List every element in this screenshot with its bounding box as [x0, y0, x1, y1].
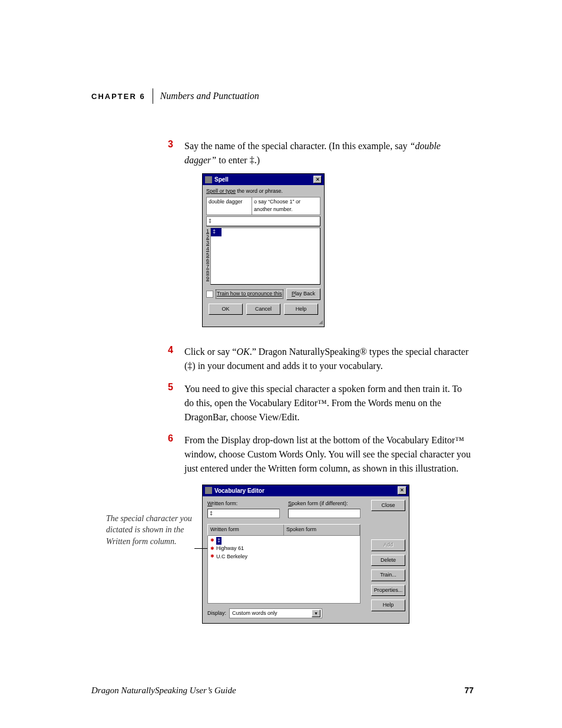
step-text: Click or say “: [184, 347, 236, 357]
step-number: 5: [168, 382, 184, 424]
spell-title: Spell: [214, 175, 313, 184]
display-label: Display:: [207, 610, 226, 618]
choice-list[interactable]: ‡: [210, 228, 320, 285]
step-number: 4: [168, 345, 184, 373]
written-form-input[interactable]: ‡: [207, 509, 280, 518]
delete-button[interactable]: Delete: [371, 555, 405, 566]
step-number: 3: [168, 139, 184, 336]
item-icon: ✱: [210, 545, 214, 552]
vocab-dialog: Vocabulary Editor ✕ Written form: ‡ Spok…: [202, 485, 409, 624]
train-link[interactable]: Train how to pronounce this: [216, 289, 283, 299]
spoken-form-input[interactable]: [288, 509, 361, 518]
written-form-label: Written form:: [207, 500, 280, 508]
close-icon[interactable]: ✕: [313, 176, 322, 183]
close-button[interactable]: Close: [371, 500, 405, 512]
chapter-title: Numbers and Punctuation: [160, 91, 259, 101]
item-icon: ✱: [210, 537, 214, 544]
spell-result: ‡: [206, 216, 320, 227]
mic-icon: [205, 176, 212, 183]
spell-dialog: Spell ✕ Spell or type the word or phrase…: [202, 173, 325, 327]
spell-input[interactable]: double dagger o say “Choose 1” or anothe…: [206, 197, 320, 215]
vocab-title: Vocabulary Editor: [214, 486, 398, 495]
col-spoken[interactable]: Spoken form: [284, 525, 360, 535]
play-back-button[interactable]: Play Back: [286, 288, 320, 300]
list-item[interactable]: ✱Highway 61: [208, 545, 360, 553]
step-text-em: OK: [236, 347, 249, 357]
step-text: Say the name of the special character. (…: [184, 141, 410, 151]
help-button[interactable]: Help: [284, 304, 318, 315]
choice-numbers: 1 2 3 4 5 6 7 8 9: [206, 228, 210, 285]
list-item[interactable]: ✱‡: [208, 537, 360, 545]
col-written[interactable]: Written form: [208, 525, 284, 535]
page-header: CHAPTER 6 Numbers and Punctuation: [91, 88, 474, 104]
resize-grip-icon[interactable]: ◢: [203, 318, 324, 327]
spell-label: Spell or type the word or phrase.: [206, 187, 320, 196]
list-item[interactable]: ✱U.C Berkeley: [208, 553, 360, 561]
vocab-illustration: The special character you dictated is sh…: [168, 485, 474, 624]
footer-title: Dragon NaturallySpeaking User’s Guide: [91, 686, 236, 696]
close-icon[interactable]: ✕: [398, 486, 406, 495]
display-dropdown[interactable]: Custom words only ▼: [229, 608, 322, 619]
doc-icon: [205, 487, 212, 494]
choice-item[interactable]: ‡: [211, 228, 222, 236]
chevron-down-icon[interactable]: ▼: [312, 610, 320, 618]
header-divider: [153, 88, 153, 104]
step-5: 5 You need to give this special characte…: [168, 382, 474, 424]
chapter-label: CHAPTER 6: [91, 92, 146, 101]
ok-button[interactable]: OK: [209, 304, 243, 315]
page-number: 77: [464, 686, 474, 696]
spell-titlebar: Spell ✕: [203, 174, 324, 185]
word-list[interactable]: ✱‡ ✱Highway 61 ✱U.C Berkeley: [207, 536, 361, 604]
cancel-button[interactable]: Cancel: [246, 304, 280, 315]
spell-input-left[interactable]: double dagger: [206, 197, 252, 215]
item-icon: ✱: [210, 553, 214, 560]
display-value: Custom words only: [232, 610, 277, 618]
step-3: 3 Say the name of the special character.…: [168, 139, 474, 336]
step-number: 6: [168, 433, 184, 476]
spell-input-right[interactable]: o say “Choose 1” or another number.: [252, 197, 320, 215]
page-footer: Dragon NaturallySpeaking User’s Guide 77: [91, 686, 474, 696]
step-text: to enter ‡.): [216, 155, 260, 165]
step-text: From the Display drop-down list at the b…: [184, 433, 474, 476]
help-button[interactable]: Help: [371, 599, 405, 611]
step-4: 4 Click or say “OK.” Dragon NaturallySpe…: [168, 345, 474, 373]
train-button[interactable]: Train...: [371, 569, 405, 581]
vocab-titlebar: Vocabulary Editor ✕: [203, 485, 409, 496]
spoken-form-label: Spoken form (if different):: [288, 500, 361, 508]
properties-button[interactable]: Properties...: [371, 585, 405, 597]
step-text: You need to give this special character …: [184, 382, 474, 424]
add-button: Add: [371, 539, 405, 551]
step-6: 6 From the Display drop-down list at the…: [168, 433, 474, 476]
list-header: Written form Spoken form: [207, 524, 361, 536]
vocab-caption: The special character you dictated is sh…: [106, 513, 194, 548]
train-checkbox[interactable]: [206, 291, 213, 298]
